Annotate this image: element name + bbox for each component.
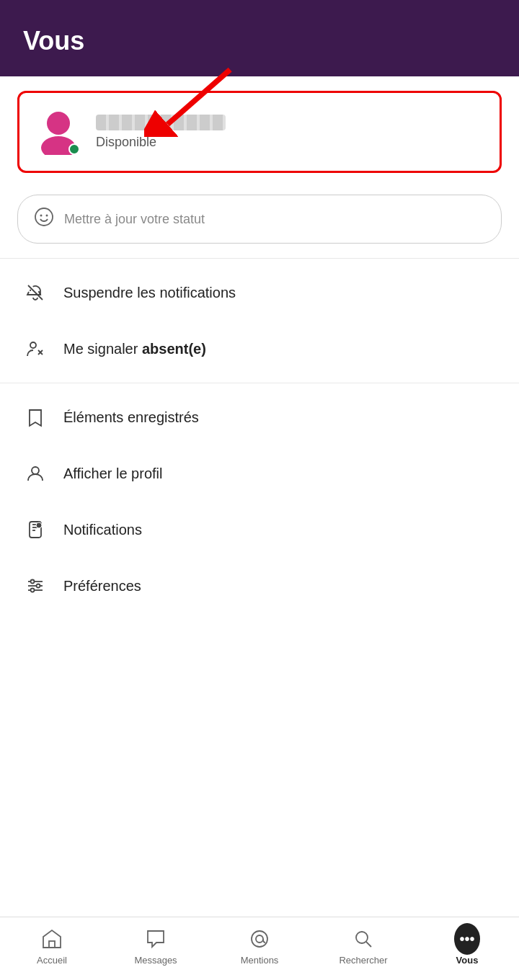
notifications-item[interactable]: Notifications — [0, 502, 519, 558]
svg-point-19 — [31, 589, 35, 592]
suspend-notifications-item[interactable]: Suspendre les notifications — [0, 264, 519, 321]
svg-point-13 — [36, 522, 42, 528]
status-update-placeholder: Mettre à jour votre statut — [64, 212, 205, 227]
nav-item-search[interactable]: Rechercher — [311, 926, 415, 966]
nav-item-mentions[interactable]: Mentions — [208, 926, 311, 966]
saved-items-label: Éléments enregistrés — [63, 409, 199, 426]
menu-section-2: Éléments enregistrés Afficher le profil … — [0, 383, 519, 620]
status-dot — [68, 143, 80, 155]
vous-dot-indicator: ••• — [459, 931, 474, 948]
nav-item-home[interactable]: Accueil — [0, 926, 104, 966]
bottom-nav: Accueil Messages Mentions Recherche — [0, 917, 519, 980]
profile-info: Disponible — [96, 115, 485, 150]
profile-card[interactable]: Disponible — [17, 91, 502, 173]
sliders-icon — [23, 574, 48, 598]
avatar-container — [34, 106, 83, 158]
user-icon — [23, 461, 48, 486]
notifications-label: Notifications — [63, 522, 142, 538]
menu-section-1: Suspendre les notifications Me signaler … — [0, 258, 519, 383]
svg-point-4 — [35, 208, 53, 226]
set-away-label: Me signaler absent(e) — [63, 341, 206, 357]
nav-messages-label: Messages — [134, 955, 177, 966]
svg-point-21 — [252, 931, 267, 947]
svg-line-24 — [366, 942, 371, 947]
preferences-label: Préférences — [63, 578, 141, 594]
phone-notification-icon — [23, 517, 48, 542]
svg-rect-20 — [49, 941, 55, 948]
view-profile-item[interactable]: Afficher le profil — [0, 445, 519, 502]
nav-vous-label: Vous — [456, 955, 479, 966]
svg-point-18 — [37, 584, 40, 588]
page-title: Vous — [23, 26, 84, 55]
at-icon — [247, 926, 272, 952]
header: Vous — [0, 0, 519, 76]
set-away-item[interactable]: Me signaler absent(e) — [0, 321, 519, 377]
nav-search-label: Rechercher — [339, 955, 387, 966]
svg-point-22 — [256, 935, 263, 943]
svg-point-17 — [31, 580, 35, 584]
message-icon — [143, 926, 169, 952]
svg-point-6 — [46, 215, 48, 217]
suspend-notifications-label: Suspendre les notifications — [63, 285, 236, 301]
profile-status: Disponible — [96, 135, 485, 150]
nav-mentions-label: Mentions — [241, 955, 279, 966]
preferences-item[interactable]: Préférences — [0, 558, 519, 614]
search-icon — [350, 926, 376, 952]
bookmark-icon — [23, 405, 48, 429]
emoji-icon — [34, 207, 54, 231]
content-spacer — [0, 620, 519, 917]
nav-item-messages[interactable]: Messages — [104, 926, 208, 966]
svg-point-7 — [30, 342, 36, 348]
nav-item-vous[interactable]: ••• Vous — [415, 926, 519, 966]
saved-items-item[interactable]: Éléments enregistrés — [0, 389, 519, 445]
update-status-button[interactable]: Mettre à jour votre statut — [17, 195, 502, 244]
user-away-icon — [23, 337, 48, 361]
profile-card-wrapper: Disponible — [0, 76, 519, 187]
svg-point-8 — [32, 467, 39, 474]
home-icon — [39, 926, 65, 952]
view-profile-label: Afficher le profil — [63, 466, 162, 482]
bell-off-icon — [23, 280, 48, 305]
profile-name-blurred — [96, 115, 226, 130]
svg-point-23 — [356, 932, 368, 943]
svg-point-2 — [47, 112, 70, 135]
vous-icon: ••• — [454, 926, 480, 952]
nav-home-label: Accueil — [37, 955, 67, 966]
svg-point-5 — [40, 215, 43, 217]
